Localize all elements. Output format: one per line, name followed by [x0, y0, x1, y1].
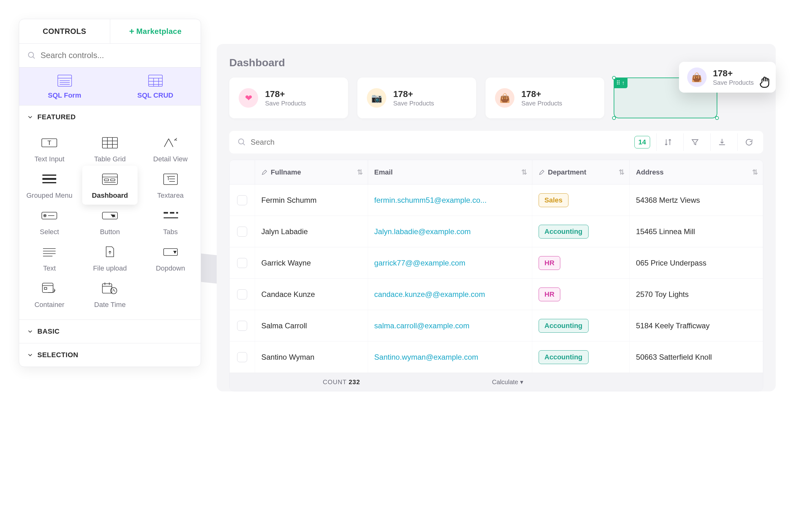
control-dashboard[interactable]: Dashboard — [82, 166, 138, 205]
control-text[interactable]: Text — [19, 244, 80, 272]
cell-department: Sales — [532, 185, 630, 216]
row-checkbox[interactable] — [237, 258, 247, 268]
cell-email[interactable]: Jalyn.labadie@example.com — [368, 216, 532, 247]
controls-panel: CONTROLS + Marketplace SQL Form SQL CRUD… — [19, 19, 201, 367]
stat-label: Save Products — [265, 100, 306, 107]
calculate-dropdown[interactable]: Calculate ▾ — [368, 378, 532, 386]
move-handle-icon[interactable]: ⠿ ↑ — [614, 77, 627, 88]
table-header: Fullname ⇅ Email ⇅ Department ⇅ Address — [230, 160, 763, 185]
count-label: COUNT — [323, 379, 347, 385]
cell-email[interactable]: fermin.schumm51@example.co... — [368, 185, 532, 216]
controls-search[interactable] — [19, 44, 201, 68]
table-search-input[interactable] — [251, 138, 630, 147]
control-textarea[interactable]: TTextarea — [140, 171, 201, 200]
control-table-grid[interactable]: Table Grid — [80, 134, 140, 163]
stat-card[interactable]: 👜 178+ Save Products — [486, 77, 604, 118]
filter-button[interactable] — [683, 133, 706, 151]
section-featured[interactable]: FEATURED — [19, 105, 201, 129]
dashboard-icon — [100, 172, 120, 186]
select-icon — [40, 208, 59, 223]
download-button[interactable] — [710, 133, 733, 151]
quick-label: SQL CRUD — [137, 91, 173, 99]
column-department[interactable]: Department ⇅ — [532, 160, 630, 184]
department-badge: HR — [538, 256, 561, 270]
row-count-badge[interactable]: 14 — [634, 136, 650, 149]
refresh-button[interactable] — [737, 133, 760, 151]
row-checkbox[interactable] — [237, 227, 247, 237]
table-row[interactable]: Candace Kunze candace.kunze@@example.com… — [230, 279, 763, 310]
control-grouped-menu[interactable]: Grouped Menu — [19, 171, 80, 200]
section-label: FEATURED — [37, 113, 76, 121]
cell-email[interactable]: salma.carroll@example.com — [368, 310, 532, 341]
table-row[interactable]: Jalyn Labadie Jalyn.labadie@example.com … — [230, 216, 763, 247]
search-icon — [27, 51, 36, 60]
dropdown-icon — [161, 245, 180, 259]
table-row[interactable]: Santino Wyman Santino.wyman@example.com … — [230, 341, 763, 373]
quick-sql-form[interactable]: SQL Form — [19, 74, 110, 99]
chevron-down-icon — [27, 114, 33, 120]
table-row[interactable]: Fermin Schumm fermin.schumm51@example.co… — [230, 185, 763, 216]
svg-rect-15 — [103, 137, 117, 148]
row-checkbox[interactable] — [237, 289, 247, 300]
cell-address: 065 Price Underpass — [629, 247, 763, 279]
control-button[interactable]: Button — [80, 207, 140, 236]
stat-card[interactable]: ❤ 178+ Save Products — [229, 77, 348, 118]
control-dropdown[interactable]: Dopdown — [140, 244, 201, 272]
search-input[interactable] — [40, 51, 193, 60]
control-date-time[interactable]: Date Time — [80, 280, 140, 309]
quick-sql-crud[interactable]: SQL CRUD — [110, 74, 201, 99]
cell-fullname: Candace Kunze — [255, 279, 368, 310]
department-badge: Sales — [538, 193, 569, 207]
control-file-upload[interactable]: File upload — [80, 244, 140, 272]
control-container[interactable]: Container — [19, 280, 80, 309]
column-fullname[interactable]: Fullname ⇅ — [255, 160, 368, 184]
cell-fullname: Santino Wyman — [255, 341, 368, 373]
stat-label: Save Products — [393, 100, 434, 107]
control-label: Textarea — [157, 191, 183, 200]
stat-card[interactable]: 📷 178+ Save Products — [358, 77, 476, 118]
section-basic[interactable]: BASIC — [19, 320, 201, 343]
table-row[interactable]: Garrick Wayne garrick77@@example.com HR … — [230, 247, 763, 279]
cell-department: Accounting — [532, 216, 630, 247]
chevron-down-icon — [27, 329, 33, 334]
dragging-stat-card[interactable]: 👜 178+ Save Products — [679, 62, 776, 93]
tab-controls[interactable]: CONTROLS — [19, 19, 110, 43]
cell-email[interactable]: Santino.wyman@example.com — [368, 341, 532, 373]
control-select[interactable]: Select — [19, 207, 80, 236]
search-icon — [237, 138, 246, 147]
table-row[interactable]: Salma Carroll salma.carroll@example.com … — [230, 310, 763, 341]
quick-label: SQL Form — [48, 91, 81, 99]
section-selection[interactable]: SELECTION — [19, 343, 201, 366]
svg-point-36 — [44, 215, 45, 216]
control-detail-view[interactable]: Detail View — [140, 134, 201, 163]
stat-label: Save Products — [522, 100, 562, 107]
control-tabs[interactable]: Tabs — [140, 207, 201, 236]
resize-handle[interactable] — [612, 116, 616, 120]
sort-button[interactable] — [656, 133, 679, 151]
sort-icon: ⇅ — [522, 168, 527, 176]
pencil-icon — [261, 169, 268, 175]
cell-email[interactable]: garrick77@@example.com — [368, 247, 532, 279]
control-label: Button — [100, 228, 120, 236]
resize-handle[interactable] — [715, 116, 719, 120]
cell-address: 50663 Satterfield Knoll — [629, 341, 763, 373]
column-address[interactable]: Address ⇅ — [629, 160, 763, 184]
row-checkbox[interactable] — [237, 321, 247, 331]
cell-department: Accounting — [532, 310, 630, 341]
stat-value: 178+ — [393, 89, 434, 99]
sort-icon: ⇅ — [619, 168, 624, 176]
control-label: File upload — [93, 264, 127, 272]
row-checkbox[interactable] — [237, 352, 247, 362]
department-badge: HR — [538, 287, 561, 301]
table-grid-icon — [100, 136, 120, 150]
control-text-input[interactable]: TText Input — [19, 134, 80, 163]
resize-handle[interactable] — [612, 76, 616, 80]
bag-icon: 👜 — [495, 88, 514, 108]
control-label: Dopdown — [156, 264, 185, 272]
tab-marketplace[interactable]: + Marketplace — [110, 19, 201, 43]
marketplace-label: Marketplace — [136, 27, 182, 36]
control-label: Container — [35, 301, 65, 309]
cell-email[interactable]: candace.kunze@@example.com — [368, 279, 532, 310]
row-checkbox[interactable] — [237, 195, 247, 205]
column-email[interactable]: Email ⇅ — [368, 160, 532, 184]
